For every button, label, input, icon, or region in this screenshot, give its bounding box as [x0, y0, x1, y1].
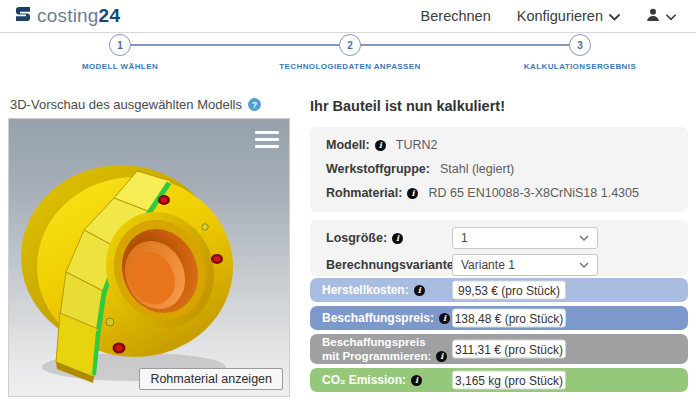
co2-emission-value: 3,165 kg (pro Stück)	[452, 371, 566, 390]
step-2-circle[interactable]: 2	[339, 34, 361, 56]
beschaffungspreis-label-text: Beschaffungspreis:	[322, 311, 434, 325]
werkstoffgruppe-value: Stahl (legiert)	[440, 162, 514, 176]
label-line-2: mit Programmieren:	[322, 349, 431, 363]
info-icon[interactable]	[375, 140, 386, 151]
losgroesse-label-text: Losgröße:	[326, 231, 387, 245]
beschaffungspreis-label: Beschaffungspreis:	[322, 311, 450, 325]
berechnungsvariante-selected-value: Variante 1	[461, 258, 515, 272]
step-kalkulationsergebnis[interactable]: 3 KALKULATIONSERGEBNIS	[500, 34, 660, 71]
step-3-circle[interactable]: 3	[569, 34, 591, 56]
cost-row-beschaffungspreis: Beschaffungspreis: 138,48 € (pro Stück)	[310, 306, 688, 330]
show-raw-material-button[interactable]: Rohmaterial anzeigen	[139, 368, 283, 390]
control-row-losgroesse: Losgröße: 1	[326, 227, 672, 249]
cost-row-beschaffungspreis-programmieren: Beschaffungspreis mit Programmieren: 311…	[310, 334, 688, 364]
result-heading: Ihr Bauteil ist nun kalkuliert!	[310, 98, 505, 114]
cad-model-flange	[9, 119, 291, 396]
werkstoffgruppe-label: Werkstoffgruppe:	[326, 162, 430, 176]
herstellkosten-label: Herstellkosten:	[322, 283, 425, 297]
losgroesse-label: Losgröße:	[326, 231, 403, 245]
step-modell-waehlen[interactable]: 1 MODELL WÄHLEN	[40, 34, 200, 71]
app-logo[interactable]: costing24	[14, 5, 120, 27]
cost-row-co2-emission: CO₂ Emission: 3,165 kg (pro Stück)	[310, 368, 688, 392]
step-3-label: KALKULATIONSERGEBNIS	[500, 62, 660, 71]
cost-results: Herstellkosten: 99,53 € (pro Stück) Besc…	[310, 278, 688, 396]
detail-row-werkstoffgruppe: Werkstoffgruppe: Stahl (legiert)	[326, 162, 672, 176]
info-icon[interactable]	[414, 285, 425, 296]
step-2-label: TECHNOLOGIEDATEN ANPASSEN	[270, 62, 430, 71]
herstellkosten-value: 99,53 € (pro Stück)	[452, 281, 566, 300]
step-1-circle[interactable]: 1	[109, 34, 131, 56]
nav-konfigurieren[interactable]: Konfigurieren	[517, 8, 620, 24]
logo-suffix: 24	[99, 5, 121, 26]
calculation-controls-panel: Losgröße: 1 Berechnungsvariante: Variant…	[310, 220, 688, 276]
berechnungsvariante-select[interactable]: Variante 1	[452, 254, 598, 276]
logo-s-icon	[14, 5, 32, 27]
co2-emission-label-text: CO₂ Emission:	[322, 373, 406, 387]
viewer-menu-icon[interactable]	[255, 131, 279, 152]
chevron-down-icon	[666, 8, 676, 24]
beschaffungspreis-programmieren-label: Beschaffungspreis mit Programmieren:	[322, 335, 447, 364]
logo-name: costing	[37, 5, 99, 26]
nav-konfigurieren-label: Konfigurieren	[517, 8, 603, 24]
losgroesse-selected-value: 1	[461, 231, 468, 245]
nav-berechnen[interactable]: Berechnen	[421, 8, 491, 24]
cost-row-herstellkosten: Herstellkosten: 99,53 € (pro Stück)	[310, 278, 688, 302]
label-line-1: Beschaffungspreis	[322, 336, 426, 348]
modell-value: TURN2	[396, 138, 438, 152]
control-row-berechnungsvariante: Berechnungsvariante: Variante 1	[326, 254, 672, 276]
herstellkosten-label-text: Herstellkosten:	[322, 283, 409, 297]
step-technologiedaten[interactable]: 2 TECHNOLOGIEDATEN ANPASSEN	[270, 34, 430, 71]
preview-title-text: 3D-Vorschau des ausgewählten Modells	[10, 97, 242, 112]
part-details-panel: Modell: TURN2 Werkstoffgruppe: Stahl (le…	[310, 127, 688, 212]
top-nav: Berechnen Konfigurieren	[421, 8, 676, 25]
rohmaterial-value: RD 65 EN10088-3-X8CrNiS18 1.4305	[428, 186, 639, 200]
rohmaterial-label: Rohmaterial:	[326, 186, 402, 200]
modell-label: Modell:	[326, 138, 370, 152]
info-icon[interactable]	[436, 351, 447, 362]
losgroesse-select[interactable]: 1	[452, 227, 598, 249]
step-1-label: MODELL WÄHLEN	[40, 62, 200, 71]
wizard-stepper: 1 MODELL WÄHLEN 2 TECHNOLOGIEDATEN ANPAS…	[0, 34, 696, 90]
co2-emission-label: CO₂ Emission:	[322, 373, 422, 387]
app-header: costing24 Berechnen Konfigurieren	[0, 0, 696, 33]
user-icon	[646, 8, 660, 25]
info-icon[interactable]	[407, 188, 418, 199]
beschaffungspreis-value: 138,48 € (pro Stück)	[452, 309, 566, 328]
chevron-down-icon	[609, 8, 620, 24]
info-icon[interactable]	[392, 233, 403, 244]
info-icon[interactable]	[411, 375, 422, 386]
beschaffungspreis-programmieren-value: 311,31 € (pro Stück)	[452, 340, 566, 359]
preview-title: 3D-Vorschau des ausgewählten Modells	[10, 97, 261, 112]
detail-row-rohmaterial: Rohmaterial: RD 65 EN10088-3-X8CrNiS18 1…	[326, 186, 672, 200]
chevron-down-icon	[579, 262, 589, 268]
berechnungsvariante-label-text: Berechnungsvariante:	[326, 258, 458, 272]
help-icon[interactable]	[248, 98, 261, 111]
user-menu[interactable]	[646, 8, 676, 25]
chevron-down-icon	[579, 235, 589, 241]
detail-row-modell: Modell: TURN2	[326, 138, 672, 152]
3d-viewer[interactable]: Rohmaterial anzeigen	[8, 118, 290, 397]
logo-text: costing24	[37, 5, 120, 27]
nav-berechnen-label: Berechnen	[421, 8, 491, 24]
info-icon[interactable]	[439, 313, 450, 324]
